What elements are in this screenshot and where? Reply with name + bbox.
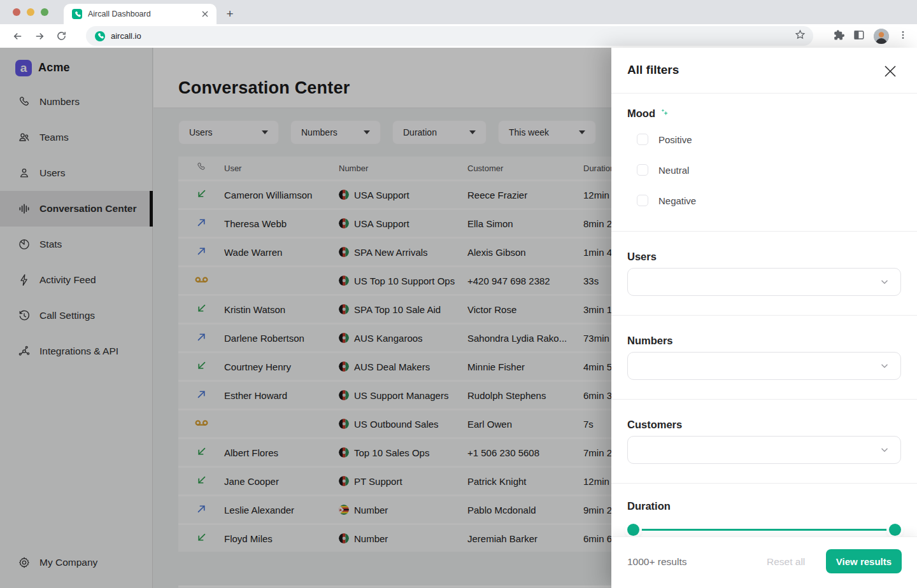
chevron-down-icon xyxy=(879,360,890,372)
reload-button[interactable] xyxy=(50,25,72,47)
back-button[interactable] xyxy=(7,25,29,47)
checkbox-unchecked[interactable] xyxy=(637,195,648,206)
tab-close-icon[interactable] xyxy=(200,9,210,19)
window-close-button[interactable] xyxy=(13,8,20,16)
window-minimize-button[interactable] xyxy=(27,8,34,16)
panel-header: All filters xyxy=(611,48,917,94)
address-bar[interactable]: aircall.io xyxy=(86,26,813,46)
checkbox-unchecked[interactable] xyxy=(637,134,648,145)
users-section-label: Users xyxy=(627,251,657,263)
users-select[interactable] xyxy=(627,268,901,296)
close-icon[interactable] xyxy=(883,64,897,78)
aircall-favicon-icon xyxy=(95,31,105,41)
checkbox-label: Neutral xyxy=(658,165,689,176)
mood-section-label: Mood xyxy=(627,108,670,121)
customers-select[interactable] xyxy=(627,436,901,464)
panel-footer: 1000+ results Reset all View results xyxy=(611,536,917,588)
chevron-down-icon xyxy=(879,444,890,456)
checkbox-label: Positive xyxy=(658,134,692,145)
slider-handle-min[interactable] xyxy=(627,524,639,536)
view-results-button[interactable]: View results xyxy=(826,549,902,573)
slider-handle-max[interactable] xyxy=(889,524,901,536)
results-count: 1000+ results xyxy=(627,556,687,568)
side-panel-icon[interactable] xyxy=(853,29,865,43)
new-tab-button[interactable]: + xyxy=(222,6,238,22)
customers-section-label: Customers xyxy=(627,419,682,431)
profile-avatar[interactable] xyxy=(874,29,889,44)
bookmark-star-icon[interactable] xyxy=(795,29,806,43)
screenshot-root: Aircall Dashboard + aircall.io xyxy=(0,0,917,588)
numbers-select[interactable] xyxy=(627,352,901,380)
browser-tab-strip: Aircall Dashboard + xyxy=(0,0,917,24)
duration-section-label: Duration xyxy=(627,500,671,512)
all-filters-panel: All filters Mood PositiveNeutralNegative… xyxy=(611,48,917,588)
reset-all-link[interactable]: Reset all xyxy=(767,556,805,568)
forward-button[interactable] xyxy=(29,25,50,47)
checkbox-label: Negative xyxy=(658,195,696,206)
extensions-puzzle-icon[interactable] xyxy=(833,29,844,43)
browser-menu-kebab-icon[interactable] xyxy=(898,30,908,43)
panel-title: All filters xyxy=(627,63,679,77)
mood-option-positive[interactable]: Positive xyxy=(637,132,692,147)
chevron-down-icon xyxy=(879,276,890,288)
duration-range-slider xyxy=(627,524,901,535)
aircall-favicon-icon xyxy=(72,9,82,19)
url-text: aircall.io xyxy=(111,31,795,41)
window-zoom-button[interactable] xyxy=(41,8,48,16)
checkbox-unchecked[interactable] xyxy=(637,164,648,176)
sparkles-icon xyxy=(659,108,670,121)
mood-option-negative[interactable]: Negative xyxy=(637,193,696,208)
slider-track xyxy=(627,529,901,531)
numbers-section-label: Numbers xyxy=(627,335,673,347)
browser-tab[interactable]: Aircall Dashboard xyxy=(64,4,217,24)
tab-title: Aircall Dashboard xyxy=(88,10,200,18)
mood-option-neutral[interactable]: Neutral xyxy=(637,162,689,178)
